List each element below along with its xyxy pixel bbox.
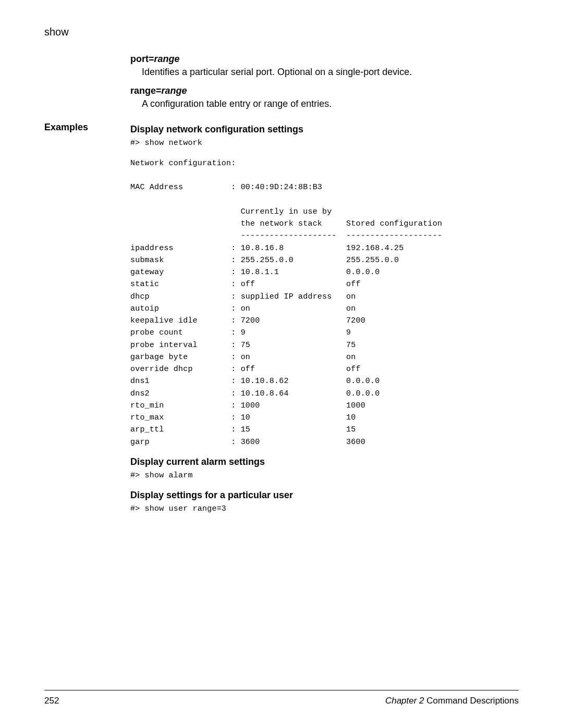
option-range-ital: range: [162, 85, 187, 96]
page: show port=range Identifies a particular …: [0, 0, 563, 728]
option-port-label: port=range: [130, 54, 519, 65]
footer-chapter: Chapter 2 Command Descriptions: [385, 696, 519, 706]
option-port-prefix: port=: [130, 54, 154, 64]
option-range-label: range=range: [130, 85, 519, 96]
page-number: 252: [44, 696, 59, 706]
example-user-title: Display settings for a particular user: [130, 490, 519, 501]
option-port-desc: Identifies a particular serial port. Opt…: [142, 66, 519, 78]
running-header: show: [44, 26, 519, 38]
example-user-cmd: #> show user range=3: [130, 503, 519, 515]
example-network-title: Display network configuration settings: [130, 124, 519, 135]
option-range-prefix: range=: [130, 85, 162, 96]
example-network-cmd: #> show network: [130, 137, 519, 149]
page-footer: 252 Chapter 2 Command Descriptions: [44, 690, 519, 706]
example-alarm-title: Display current alarm settings: [130, 456, 519, 467]
option-port-ital: range: [154, 54, 180, 64]
footer-rule: [44, 690, 519, 690]
option-range-desc: A configuration table entry or range of …: [142, 97, 519, 110]
examples-row: Examples Display network configuration s…: [44, 122, 519, 524]
example-network-output: Network configuration: MAC Address : 00:…: [130, 157, 519, 448]
option-row-port: port=range Identifies a particular seria…: [44, 54, 519, 118]
footer-chapter-prefix: Chapter 2: [385, 696, 424, 706]
examples-heading: Examples: [44, 122, 130, 133]
footer-chapter-suffix: Command Descriptions: [424, 696, 519, 706]
example-alarm-cmd: #> show alarm: [130, 470, 519, 482]
